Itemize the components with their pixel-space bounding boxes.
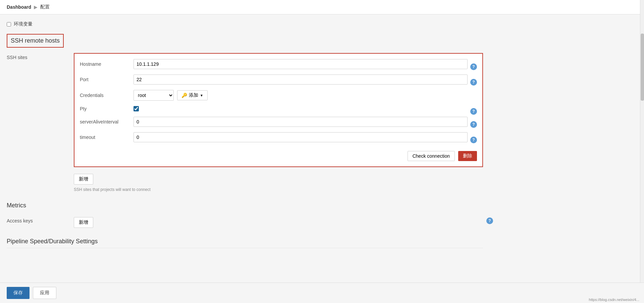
hostname-input[interactable] xyxy=(133,59,468,69)
breadcrumb: Dashboard ▶ 配置 xyxy=(0,0,644,14)
port-label: Port xyxy=(80,77,133,82)
port-row: Port xyxy=(80,74,468,85)
timeout-input[interactable] xyxy=(133,132,468,142)
timeout-label: timeout xyxy=(80,135,133,140)
ssh-form-container: Hostname ? Port ? xyxy=(74,53,483,167)
key-icon: 🔑 xyxy=(181,93,187,98)
scrollbar[interactable] xyxy=(640,0,644,280)
timeout-row-wrapper: timeout ? xyxy=(80,132,477,148)
pty-label: Pty xyxy=(80,106,133,111)
credentials-row: Credentials root admin jenkins 🔑 添加 xyxy=(80,90,468,101)
ssh-sites-layout: SSH sites Hostname ? Port xyxy=(7,53,483,192)
breadcrumb-arrow: ▶ xyxy=(34,4,38,10)
env-var-label: 环境变量 xyxy=(14,21,33,27)
pipeline-title: Pipeline Speed/Durability Settings xyxy=(7,238,483,248)
main-content: 环境变量 SSH remote hosts SSH sites Hostname… xyxy=(0,14,503,260)
timeout-row: timeout xyxy=(80,132,468,142)
metrics-section: Metrics Access keys 新增 ? xyxy=(7,202,483,228)
new-ssh-site-button[interactable]: 新增 xyxy=(74,174,93,185)
pty-row: Pty xyxy=(80,106,468,111)
hostname-row: Hostname xyxy=(80,59,468,69)
ssh-section-title: SSH remote hosts xyxy=(7,34,64,48)
ssh-help-text: SSH sites that projects will want to con… xyxy=(74,187,483,192)
breadcrumb-dashboard[interactable]: Dashboard xyxy=(7,4,31,10)
port-input[interactable] xyxy=(133,74,468,85)
credentials-row-wrapper: Credentials root admin jenkins 🔑 添加 xyxy=(80,90,477,106)
pty-checkbox[interactable] xyxy=(133,106,139,111)
credentials-select[interactable]: root admin jenkins xyxy=(133,90,174,101)
server-alive-row-wrapper: serverAliveInterval ? xyxy=(80,117,477,132)
ssh-sites-label: SSH sites xyxy=(7,53,74,192)
metrics-help-icon[interactable]: ? xyxy=(486,217,493,224)
pipeline-section: Pipeline Speed/Durability Settings xyxy=(7,238,483,248)
pty-row-wrapper: Pty ? xyxy=(80,106,477,117)
credentials-label: Credentials xyxy=(80,93,133,98)
credentials-controls: root admin jenkins 🔑 添加 ▼ xyxy=(133,90,208,101)
new-access-key-button[interactable]: 新增 xyxy=(74,217,93,228)
add-credentials-label: 添加 xyxy=(189,92,198,98)
timeout-help-icon[interactable]: ? xyxy=(470,137,477,143)
new-button-wrapper: 新增 xyxy=(74,170,483,185)
add-credentials-button[interactable]: 🔑 添加 ▼ xyxy=(177,90,208,100)
action-buttons-row: Check connection 删除 xyxy=(80,151,477,161)
hostname-row-wrapper: Hostname ? xyxy=(80,59,477,74)
dropdown-arrow-icon: ▼ xyxy=(200,94,203,97)
port-row-wrapper: Port ? xyxy=(80,74,477,90)
pty-help-icon[interactable]: ? xyxy=(470,108,477,115)
server-alive-row: serverAliveInterval xyxy=(80,117,468,127)
server-alive-label: serverAliveInterval xyxy=(80,119,133,124)
check-connection-button[interactable]: Check connection xyxy=(408,151,455,161)
metrics-title: Metrics xyxy=(7,202,483,209)
env-var-row: 环境变量 xyxy=(7,21,483,27)
env-var-checkbox[interactable] xyxy=(7,22,11,27)
server-alive-help-icon[interactable]: ? xyxy=(470,121,477,128)
access-keys-row: Access keys 新增 ? xyxy=(7,214,483,228)
scrollbar-thumb[interactable] xyxy=(641,34,644,101)
breadcrumb-current: 配置 xyxy=(40,4,50,10)
hostname-help-icon[interactable]: ? xyxy=(470,63,477,70)
hostname-label: Hostname xyxy=(80,61,133,67)
server-alive-input[interactable] xyxy=(133,117,468,127)
access-keys-label: Access keys xyxy=(7,218,74,223)
delete-button[interactable]: 删除 xyxy=(458,151,477,161)
port-help-icon[interactable]: ? xyxy=(470,79,477,86)
ssh-section: SSH remote hosts SSH sites Hostname ? xyxy=(7,34,483,192)
